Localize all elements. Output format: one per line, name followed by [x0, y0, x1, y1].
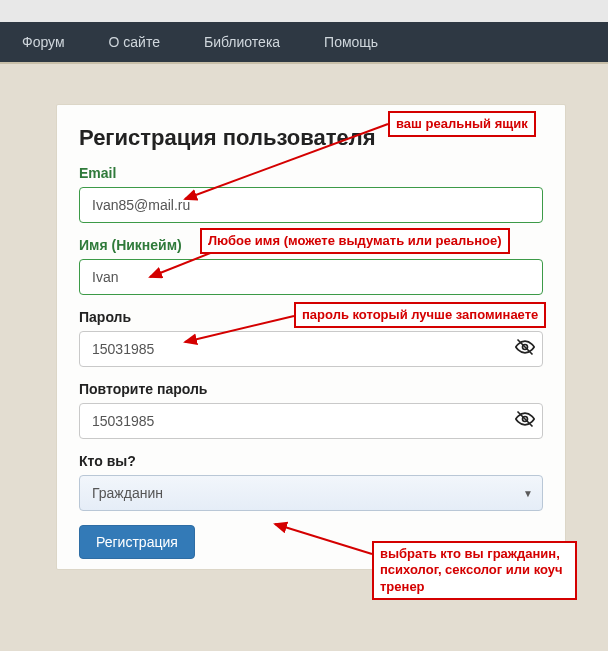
who-group: Кто вы? Гражданин ▼ [79, 453, 543, 511]
email-field[interactable] [79, 187, 543, 223]
main-navbar: Форум О сайте Библиотека Помощь [0, 22, 608, 62]
password-field[interactable] [79, 331, 543, 367]
password2-group: Повторите пароль [79, 381, 543, 439]
email-label: Email [79, 165, 543, 181]
nav-about[interactable]: О сайте [87, 22, 182, 62]
password2-field[interactable] [79, 403, 543, 439]
annotation-who: выбрать кто вы гражданин, психолог, секс… [372, 541, 577, 600]
page-canvas: Регистрация пользователя Email Имя (Никн… [0, 62, 608, 651]
submit-button[interactable]: Регистрация [79, 525, 195, 559]
annotation-email: ваш реальный ящик [388, 111, 536, 137]
nav-help[interactable]: Помощь [302, 22, 400, 62]
email-group: Email [79, 165, 543, 223]
annotation-password: пароль который лучше запоминаете [294, 302, 546, 328]
who-select[interactable]: Гражданин [79, 475, 543, 511]
eye-off-icon[interactable] [515, 409, 535, 433]
window-top-strip [0, 0, 608, 22]
who-label: Кто вы? [79, 453, 543, 469]
registration-panel: Регистрация пользователя Email Имя (Никн… [56, 104, 566, 570]
nav-forum[interactable]: Форум [0, 22, 87, 62]
password2-label: Повторите пароль [79, 381, 543, 397]
name-field[interactable] [79, 259, 543, 295]
annotation-name: Любое имя (можете выдумать или реальное) [200, 228, 510, 254]
eye-off-icon[interactable] [515, 337, 535, 361]
nav-library[interactable]: Библиотека [182, 22, 302, 62]
